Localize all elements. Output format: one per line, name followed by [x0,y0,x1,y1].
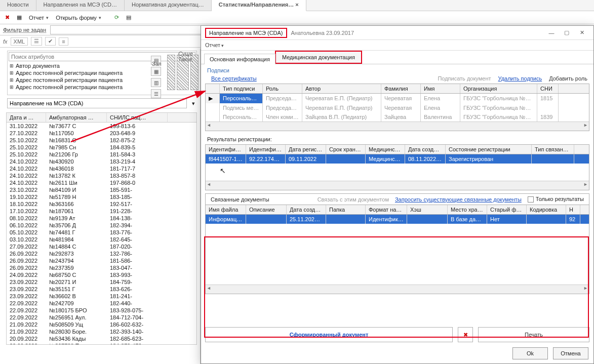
docs-col[interactable]: Старый фо… [487,205,527,214]
table-row[interactable]: 23.09.2022№36602 В181-241- [7,293,196,300]
table-row[interactable]: 18.10.2022№363166192-517- [7,200,196,208]
table-row[interactable]: 31.10.2022№73677 С199-813-6 [7,123,196,130]
table-row[interactable]: 25.10.2022№21206 Гр181-584-3 [7,151,196,158]
docs-col[interactable]: Хэш [407,205,448,214]
tab-med-doc[interactable]: Медицинская документация [275,51,362,64]
sig-col[interactable]: Организация [460,84,537,93]
table-row[interactable]: 22.09.2022№180175 БРО183-928-075- [7,307,196,314]
docs-col[interactable]: Формат на… [366,205,407,214]
sig-row[interactable]: Персональн…Член комис…Зайцева В.П. (Педи… [206,112,589,122]
delete-icon[interactable]: ✖ [458,327,473,342]
tab-main-info[interactable]: Основная информация [204,54,275,64]
table-row[interactable]: 08.10.2022№9139 Ат184-138- [7,215,196,222]
side-icon[interactable]: ☰ [151,89,161,98]
xml-button[interactable]: XML [11,37,28,46]
tab-referrals[interactable]: Направления на МСЭ (CD… [36,0,125,11]
filter-not-set[interactable]: Фильтр не задан [3,27,46,33]
docs-row[interactable]: Информаци…25.11.2022 …Идентифик…В базе д… [206,215,589,224]
table-row[interactable]: 21.09.2022№508509 Ущ186-602-632- [7,321,196,328]
docs-col[interactable]: Имя файла [206,205,246,214]
sig-row[interactable]: Подпись ме…Председате…Череватая Е.П. (Пе… [206,103,589,112]
add-role-link[interactable]: Добавить роль [549,75,587,82]
minimize-icon[interactable]: — [544,30,559,36]
table-row[interactable]: 20.09.2022№53436 Кады182-685-623- [7,335,196,342]
delete-sign-link[interactable]: Удалить подпись [498,75,542,82]
table-row[interactable]: 17.10.2022№187061191-228- [7,208,196,215]
kind-caret-icon[interactable]: ▾ [190,99,197,108]
refresh-icon[interactable]: ⟳ [112,13,121,22]
table-row[interactable]: 27.10.2022№117050203-648-9 [7,130,196,137]
only-results-check[interactable]: Только результаты [528,196,584,203]
print-button[interactable]: Печать [478,327,589,342]
sig-col[interactable]: Автор [302,84,381,93]
dlg-report-menu[interactable]: Отчет [205,42,224,48]
reg-col[interactable]: Тип связан… [532,145,574,154]
table-row[interactable]: 27.09.2022№14884 С187-020- [7,243,196,250]
docs-col[interactable]: Описание [246,205,287,214]
col-amb[interactable]: Амбулаторная … [46,113,107,122]
fx-tool-check[interactable]: ✔ [45,37,56,46]
request-related-link[interactable]: Запросить существующие связанные докумен… [395,196,522,203]
records-body[interactable]: 31.10.2022№73677 С199-813-627.10.2022№11… [7,123,196,344]
fx-tool-list[interactable]: ≡ [59,37,68,46]
sig-col[interactable]: Тип подписи [220,84,263,93]
table-row[interactable]: 26.09.2022№237359183-047- [7,264,196,271]
close-icon[interactable]: ✕ [574,29,589,36]
docs-scroll[interactable] [206,285,589,294]
table-row[interactable]: 19.10.2022№51789 Н183-185- [7,193,196,200]
docs-col[interactable]: Папка [326,205,366,214]
side-icon[interactable]: ▥ [151,78,161,87]
export-icon[interactable]: ▤ [124,13,133,22]
col-date[interactable]: Дата и … [7,113,46,122]
table-row[interactable]: 23.09.2022№35151 Г183-626- [7,286,196,293]
reg-col[interactable]: Дата регис… [286,145,326,154]
properties-icon[interactable]: ▦ [15,13,24,22]
sig-col[interactable]: Фамилия [381,84,421,93]
reg-col[interactable]: Медицинск… [366,145,405,154]
table-row[interactable]: 25.10.2022№7985 Сн184-839-5 [7,144,196,151]
ok-button[interactable]: Ok [512,347,548,359]
table-row[interactable]: 24.10.2022№2611 Ши197-868-0 [7,179,196,186]
reg-col[interactable]: Срок хране… [326,145,366,154]
reg-row[interactable]: f8441507-1c…92.22.1743…09.11.2022Медицин… [206,154,589,164]
sig-col[interactable]: Имя [421,84,460,93]
table-row[interactable]: 24.10.2022№436018181-717-7 [7,165,196,172]
cancel-button[interactable]: Отмена [553,347,588,359]
report-dropdown[interactable]: Отчет [27,14,51,22]
open-form-dropdown[interactable]: Открыть форму [54,14,103,22]
docs-col[interactable]: Дата созда… [287,205,326,214]
close-icon[interactable]: ✖ [3,13,12,22]
table-row[interactable]: 21.09.2022№28030 Боре.182-393-140- [7,328,196,335]
reg-col[interactable]: Идентифик… [206,145,246,154]
reg-col[interactable]: Дата созда… [405,145,446,154]
sig-col[interactable]: Роль [263,84,302,93]
sig-col[interactable]: СНИ [537,84,559,93]
tab-news[interactable]: Новости [0,0,36,11]
reg-col[interactable]: Состояние регистрации [446,145,532,154]
fx-tool-1[interactable]: ☰ [31,37,42,46]
doc-kind-input[interactable] [7,98,187,108]
docs-col[interactable]: Место хран… [448,205,487,214]
docs-col[interactable]: Н [566,205,580,214]
table-row[interactable]: 23.09.2022№20271 И184-759- [7,278,196,286]
table-row[interactable]: 24.09.2022№68750 С183-993- [7,271,196,278]
table-row[interactable]: 23.10.2022№84109 И185-591- [7,186,196,193]
sig-scroll[interactable] [206,122,589,131]
tab-stats[interactable]: Статистика/Направления… × [212,0,306,11]
formed-document-button[interactable]: Сформированный документ [205,327,453,342]
table-row[interactable]: 03.10.2022№481984182-645- [7,236,196,243]
docs-col[interactable]: Кодировка [527,205,566,214]
reg-col[interactable]: Идентифик… [246,145,286,154]
side-icon[interactable]: ▦ [151,67,161,76]
reg-scroll[interactable] [206,181,589,190]
all-certificates-link[interactable]: Все сертификаты [211,75,257,82]
sig-row[interactable]: ▶Персональн…Председате…Череватая Е.П. (П… [206,94,589,103]
table-row[interactable]: 24.10.2022№13782 К183-857-8 [7,172,196,179]
table-row[interactable]: 26.09.2022№292873132-786- [7,250,196,257]
table-row[interactable]: 06.10.2022№35706 Д182-394- [7,222,196,229]
col-snils[interactable]: СНИЛС пац… [107,113,168,122]
table-row[interactable]: 05.10.2022№74481 Г183-776- [7,229,196,236]
table-row[interactable]: 26.09.2022№243794181-586- [7,257,196,264]
table-row[interactable]: 24.10.2022№430920183-219-4 [7,158,196,165]
table-row[interactable]: 22.09.2022№242709182-440- [7,300,196,307]
